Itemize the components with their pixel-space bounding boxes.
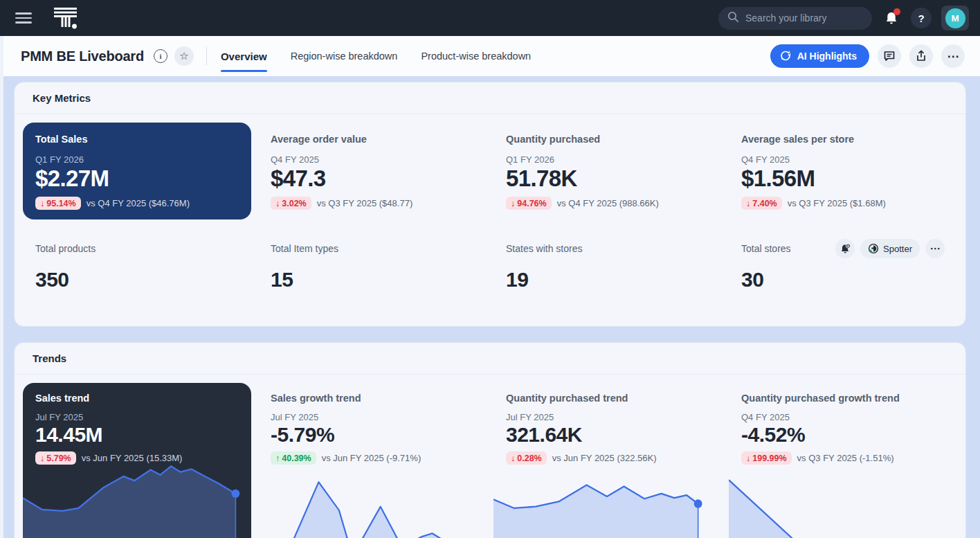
kpi-title: Average sales per store [741, 134, 945, 145]
kpi-period: Q4 FY 2025 [741, 154, 945, 165]
trend-title: Sales growth trend [271, 393, 474, 404]
trend-value: 321.64K [506, 423, 709, 447]
trend-period: Jul FY 2025 [506, 412, 709, 422]
kpi-title: Total Item types [271, 243, 338, 254]
tile-more-options-button[interactable]: ⋯ [925, 239, 945, 258]
tab-region-wise-breakdown[interactable]: Region-wise breakdown [291, 36, 398, 76]
search-icon [727, 11, 739, 26]
kpi-value: $2.27M [35, 165, 239, 192]
sparkline-chart [258, 460, 487, 538]
top-navbar: ? M [0, 0, 980, 36]
liveboard-tabs: Overview Region-wise breakdown Product-w… [221, 36, 531, 76]
more-options-button[interactable]: ⋯ [941, 44, 965, 68]
search-input[interactable] [745, 12, 856, 24]
kpi-tile-states-with-stores[interactable]: States with stores 19 [493, 233, 722, 292]
trend-period: Q4 FY 2025 [741, 412, 945, 422]
kpi-period: Q4 FY 2025 [271, 154, 474, 165]
info-icon[interactable]: i [154, 49, 167, 63]
kpi-tile-average-sales-per-store[interactable]: Average sales per store Q4 FY 2025 $1.56… [729, 123, 957, 219]
tab-product-wise-breakdown[interactable]: Product-wise breakdown [421, 36, 531, 76]
share-icon [915, 50, 927, 62]
key-metrics-section: Key Metrics Total Sales Q1 FY 2026 $2.27… [14, 82, 966, 327]
kpi-value: 15 [271, 268, 474, 292]
ai-sparkle-icon [779, 49, 792, 64]
trend-down-icon: ↓ [746, 199, 750, 208]
kpi-value: 51.78K [506, 165, 709, 192]
change-badge: ↓7.40% [741, 197, 782, 210]
spotter-icon [868, 243, 879, 254]
trend-title: Quantity purchased trend [506, 393, 709, 404]
kpi-period: Q1 FY 2026 [506, 154, 709, 165]
avatar: M [945, 8, 965, 28]
bell-plus-icon [840, 243, 851, 255]
comment-icon [883, 50, 896, 62]
kpi-title: Quantity purchased [506, 134, 709, 145]
kpi-value: 19 [506, 268, 709, 292]
user-menu[interactable]: M [941, 6, 969, 30]
notifications-bell-icon[interactable] [882, 8, 901, 28]
trend-down-icon: ↓ [511, 199, 515, 208]
left-edge-gutter [0, 36, 3, 538]
sparkline-chart [493, 460, 722, 538]
trend-down-icon: ↓ [40, 199, 44, 208]
notification-badge-dot [893, 8, 900, 15]
kpi-title: Average order value [271, 134, 474, 145]
header-divider [206, 47, 207, 65]
favorite-star-icon[interactable]: ☆ [174, 46, 194, 66]
sparkline-chart [729, 460, 957, 538]
spotter-button[interactable]: Spotter [860, 239, 920, 258]
trend-title: Sales trend [35, 393, 239, 404]
liveboard-header: PMM BE Liveboard i ☆ Overview Region-wis… [0, 36, 980, 76]
trend-card-quantity-purchased-trend[interactable]: Quantity purchased trend Jul FY 2025 321… [493, 383, 722, 538]
tab-overview[interactable]: Overview [221, 36, 267, 76]
trend-period: Jul FY 2025 [271, 412, 474, 422]
kpi-title: States with stores [506, 243, 583, 254]
change-badge: ↓94.76% [506, 197, 552, 210]
kpi-value: 30 [741, 268, 945, 292]
kpi-compare-text: vs Q4 FY 2025 (988.66K) [557, 198, 659, 208]
kpi-tile-average-order-value[interactable]: Average order value Q4 FY 2025 $47.3 ↓3.… [258, 123, 487, 219]
trend-period: Jul FY 2025 [35, 412, 239, 422]
kpi-tile-quantity-purchased[interactable]: Quantity purchased Q1 FY 2026 51.78K ↓94… [493, 123, 722, 219]
sparkline-chart [23, 460, 251, 538]
kpi-value: 350 [35, 268, 239, 292]
library-search[interactable] [718, 7, 872, 30]
ai-highlights-button[interactable]: AI Highlights [770, 44, 869, 68]
kpi-compare-text: vs Q4 FY 2025 ($46.76M) [87, 198, 190, 208]
thoughtspot-logo-icon[interactable] [53, 6, 79, 30]
kpi-title: Total stores [741, 243, 791, 254]
page-title: PMM BE Liveboard [21, 48, 144, 64]
hamburger-menu-icon[interactable] [15, 12, 32, 24]
trend-down-icon: ↓ [275, 199, 280, 208]
key-metrics-title: Key Metrics [15, 82, 965, 114]
kpi-tile-total-item-types[interactable]: Total Item types 15 [258, 233, 487, 292]
spotter-label: Spotter [883, 244, 912, 254]
kpi-value: $1.56M [741, 165, 945, 192]
trend-card-sales-growth-trend[interactable]: Sales growth trend Jul FY 2025 -5.79% ↑4… [258, 383, 487, 538]
kpi-title: Total Sales [35, 134, 239, 145]
share-button[interactable] [909, 44, 933, 68]
trend-value: -5.79% [271, 423, 474, 447]
trend-title: Quantity purchased growth trend [741, 393, 945, 404]
trend-value: -4.52% [741, 423, 945, 447]
trend-value: 14.45M [35, 423, 239, 447]
comments-button[interactable] [878, 44, 901, 68]
kpi-period: Q1 FY 2026 [35, 154, 239, 165]
kpi-tile-total-sales[interactable]: Total Sales Q1 FY 2026 $2.27M ↓95.14% vs… [23, 123, 251, 219]
ai-highlights-label: AI Highlights [797, 51, 857, 62]
kpi-tile-total-stores[interactable]: Total stores [729, 233, 957, 292]
kpi-title: Total products [35, 243, 96, 254]
change-badge: ↓3.02% [271, 197, 311, 210]
create-alert-button[interactable] [835, 239, 855, 258]
trend-card-quantity-purchased-growth-trend[interactable]: Quantity purchased growth trend Q4 FY 20… [729, 383, 957, 538]
trends-section: Trends Sales trend Jul FY 2025 14.45M ↓5… [14, 342, 966, 538]
trend-card-sales-trend[interactable]: Sales trend Jul FY 2025 14.45M ↓5.79% vs… [23, 383, 251, 538]
kpi-compare-text: vs Q3 FY 2025 ($1.68M) [788, 198, 886, 208]
kpi-tile-total-products[interactable]: Total products 350 [23, 233, 251, 292]
kpi-value: $47.3 [271, 165, 474, 192]
trends-title: Trends [15, 343, 965, 375]
change-badge: ↓95.14% [35, 197, 81, 210]
kpi-compare-text: vs Q3 FY 2025 ($48.77) [317, 198, 413, 208]
help-icon[interactable]: ? [911, 8, 932, 28]
